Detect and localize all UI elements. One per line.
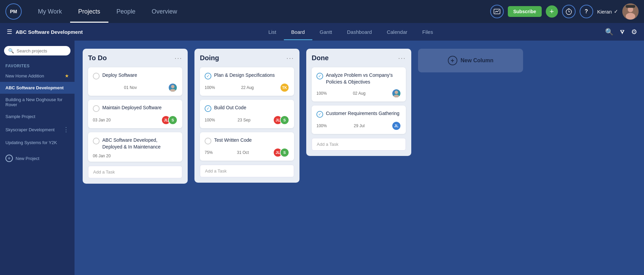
svg-point-8	[395, 91, 398, 94]
table-row[interactable]: Plan & Design Specifications 100% 22 Aug…	[200, 67, 294, 96]
top-nav: PM My Work Projects People Overview Subs…	[0, 0, 644, 23]
table-row[interactable]: Maintain Deployed Software 03 Jan 20 JL …	[88, 100, 182, 128]
main-layout: 🔍 Favorites New Home Addition ★ ABC Soft…	[0, 41, 644, 275]
card-top: Test Written Code	[205, 137, 289, 144]
tab-files[interactable]: Files	[415, 24, 441, 40]
help-icon[interactable]: ?	[580, 5, 593, 18]
card-top: Deploy Software	[93, 72, 178, 79]
column-done: Done ··· Analyze Problem vs Company's Po…	[306, 49, 411, 156]
card-top: Maintain Deployed Software	[93, 105, 178, 112]
sidebar: 🔍 Favorites New Home Addition ★ ABC Soft…	[0, 41, 75, 275]
nav-right: Subscribe + ? Kieran ✓	[490, 3, 639, 20]
analytics-icon[interactable]	[490, 5, 504, 18]
card-avatars: JL S	[161, 115, 178, 125]
column-doing-header: Doing ···	[200, 54, 294, 62]
card-footer: 100% 02 Aug	[316, 89, 401, 98]
card-avatars	[392, 89, 401, 98]
settings-icon[interactable]: ⚙	[631, 28, 637, 36]
user-menu[interactable]: Kieran ✓	[597, 8, 618, 15]
add-task-doing[interactable]: Add a Task	[200, 165, 294, 177]
task-checkbox[interactable]	[205, 73, 211, 79]
sidebar-item-skyscraper[interactable]: Skyscraper Development ⋮	[0, 122, 75, 137]
avatar	[168, 83, 178, 92]
svg-point-4	[626, 13, 635, 20]
nav-overview[interactable]: Overview	[144, 1, 185, 23]
tab-list[interactable]: List	[261, 24, 284, 40]
new-project-button[interactable]: + New Project	[0, 151, 75, 165]
task-checkbox[interactable]	[316, 73, 323, 79]
column-todo-menu-icon[interactable]: ···	[174, 54, 182, 62]
avatar: TK	[280, 83, 289, 92]
svg-point-6	[171, 85, 174, 88]
column-done-title: Done	[312, 54, 329, 62]
column-done-menu-icon[interactable]: ···	[398, 54, 406, 62]
view-tabs: List Board Gantt Dashboard Calendar File…	[96, 24, 605, 40]
project-title: ABC Software Development	[16, 29, 83, 35]
card-title: Plan & Design Specifications	[214, 72, 289, 79]
table-row[interactable]: Deploy Software 01 Nov	[88, 67, 182, 96]
task-checkbox[interactable]	[93, 73, 100, 79]
sidebar-item-new-home[interactable]: New Home Addition ★	[0, 70, 75, 82]
nav-projects[interactable]: Projects	[70, 1, 108, 23]
avatar: JL	[392, 121, 401, 131]
card-date: 22 Aug	[241, 85, 254, 90]
task-checkbox[interactable]	[316, 111, 323, 118]
user-name: Kieran	[597, 9, 612, 15]
more-icon[interactable]: ⋮	[63, 126, 69, 133]
search-icon[interactable]: 🔍	[605, 28, 614, 36]
sidebar-item-sample[interactable]: Sample Project	[0, 111, 75, 122]
card-title: Deploy Software	[102, 72, 178, 79]
user-avatar[interactable]	[622, 3, 639, 20]
search-input[interactable]	[17, 48, 66, 53]
nav-my-work[interactable]: My Work	[30, 1, 70, 23]
board-area: To Do ··· Deploy Software 01 Nov	[75, 41, 644, 275]
tab-gantt[interactable]: Gantt	[312, 24, 340, 40]
task-checkbox[interactable]	[205, 105, 211, 112]
table-row[interactable]: Analyze Problem vs Company's Policies & …	[312, 67, 406, 101]
add-task-done[interactable]: Add a Task	[312, 138, 406, 151]
card-title: Build Out Code	[214, 105, 289, 111]
card-footer: 01 Nov	[93, 83, 178, 92]
svg-point-9	[393, 95, 399, 97]
tab-calendar[interactable]: Calendar	[379, 24, 415, 40]
add-task-todo[interactable]: Add a Task	[88, 166, 182, 178]
card-date: 02 Aug	[353, 91, 366, 96]
new-column-button[interactable]: + New Column	[418, 49, 523, 72]
card-top: Customer Requirements Gathering	[316, 110, 401, 118]
card-avatars: JL S	[273, 148, 289, 157]
table-row[interactable]: Build Out Code 100% 23 Sep JL S	[200, 100, 294, 128]
tab-board[interactable]: Board	[284, 24, 312, 40]
add-icon[interactable]: +	[546, 5, 558, 18]
card-date: 06 Jan 20	[93, 154, 111, 158]
sidebar-item-abc-software[interactable]: ABC Software Development	[0, 82, 75, 94]
card-footer: 75% 31 Oct JL S	[205, 148, 289, 157]
task-checkbox[interactable]	[205, 138, 211, 144]
task-checkbox[interactable]	[93, 105, 100, 112]
task-checkbox[interactable]	[93, 138, 100, 144]
new-column-plus-icon: +	[448, 56, 457, 65]
sidebar-item-doghouse[interactable]: Building a New Doghouse for Rover	[0, 94, 75, 111]
table-row[interactable]: Test Written Code 75% 31 Oct JL S	[200, 132, 294, 161]
card-footer: 03 Jan 20 JL S	[93, 115, 178, 125]
timer-icon[interactable]	[562, 5, 576, 18]
app-logo[interactable]: PM	[5, 3, 22, 20]
filter-icon[interactable]: ⛛	[619, 28, 626, 36]
nav-people[interactable]: People	[108, 1, 144, 23]
card-title: Analyze Problem vs Company's Policies & …	[326, 72, 401, 85]
card-top: Build Out Code	[205, 105, 289, 112]
table-row[interactable]: ABC Software Developed, Deployed & In Ma…	[88, 132, 182, 162]
card-title: Customer Requirements Gathering	[326, 110, 401, 117]
card-progress: 100%	[205, 118, 215, 122]
hamburger-icon[interactable]: ☰	[7, 28, 12, 36]
search-box[interactable]: 🔍	[4, 46, 70, 55]
sub-right-controls: 🔍 ⛛ ⚙	[605, 28, 637, 36]
nav-links: My Work Projects People Overview	[30, 1, 482, 23]
card-top: Analyze Problem vs Company's Policies & …	[316, 72, 401, 85]
subscribe-button[interactable]: Subscribe	[508, 6, 542, 17]
tab-dashboard[interactable]: Dashboard	[339, 24, 379, 40]
card-footer: 100% 29 Jul JL	[316, 121, 401, 131]
search-icon: 🔍	[8, 48, 14, 53]
sidebar-item-y2k[interactable]: Updating Systems for Y2K	[0, 137, 75, 148]
table-row[interactable]: Customer Requirements Gathering 100% 29 …	[312, 106, 406, 134]
column-doing-menu-icon[interactable]: ···	[286, 54, 294, 62]
